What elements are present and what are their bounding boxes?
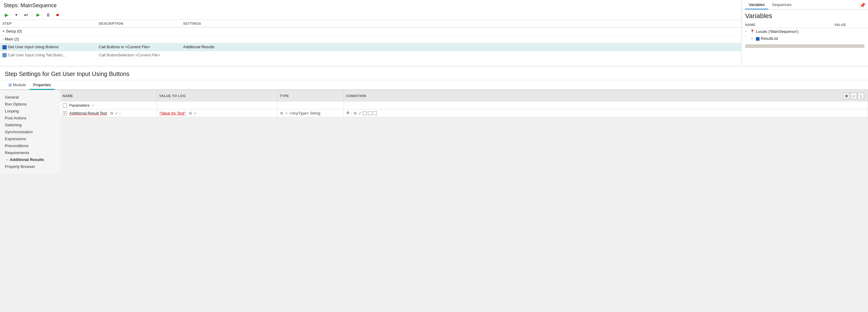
parameters-label: Parameters (69, 103, 90, 108)
main-content: NAME VALUE TO LOG TYPE CONDITION (60, 90, 868, 174)
fx-button-value[interactable]: fx (189, 111, 192, 115)
result-test-label: Additional Result Test (69, 111, 107, 115)
step-description-2: Call ButtonSelection <Current File> (96, 52, 181, 58)
nav-general[interactable]: General (5, 94, 56, 101)
parameters-checkbox[interactable] (63, 104, 67, 108)
var-col-value: VALUE (834, 23, 864, 27)
left-nav: General Run Options Looping Post Actions… (0, 90, 60, 174)
type-text: <AnyType> String (289, 111, 320, 115)
step-description: Call Buttons in <Current File> (96, 44, 181, 50)
condition-square-1[interactable] (368, 111, 372, 115)
pause-button[interactable]: ⏸ (44, 11, 52, 19)
results-table: NAME VALUE TO LOG TYPE CONDITION (60, 90, 868, 117)
nav-property-browser[interactable]: Property Browser (5, 163, 56, 170)
play-dropdown-button[interactable]: ▼ (12, 11, 21, 19)
resultlist-label: ResultList (761, 36, 778, 41)
condition-checkbox[interactable] (363, 111, 367, 115)
result-test-condition: › fx ✓ (343, 109, 868, 117)
tab-properties[interactable]: Properties (30, 80, 55, 90)
pin-icon[interactable]: 📌 (860, 2, 866, 8)
nav-additional-results[interactable]: Additional Results (5, 156, 56, 163)
tab-variables[interactable]: Variables (745, 0, 768, 9)
fx-button-type[interactable]: fx (280, 111, 284, 115)
value-text: "Value for Test" (159, 111, 186, 115)
parameters-arrow[interactable]: › (92, 104, 94, 108)
bottom-section: Step Settings for Get User Input Using B… (0, 66, 868, 174)
condition-square-2[interactable] (373, 111, 377, 115)
right-tabs: Variables Sequences (741, 0, 868, 10)
table-row[interactable]: Get User Input Using Buttons Call Button… (0, 43, 741, 51)
checkmark-type[interactable]: ✓ (285, 111, 288, 115)
nav-preconditions[interactable]: Preconditions (5, 142, 56, 149)
fx-button-name[interactable]: fx (110, 111, 114, 115)
nav-post-actions[interactable]: Post Actions (5, 115, 56, 121)
checkmark-name[interactable]: ✓ (115, 111, 118, 115)
redo-button[interactable]: ↩ (22, 11, 30, 19)
table-row[interactable]: Parameters › (60, 102, 868, 109)
table-view-btn[interactable]: ⊞ (843, 92, 849, 99)
table-row[interactable]: ✓ Additional Result Test fx ✓ › "Value f… (60, 109, 868, 117)
parameters-type (277, 102, 343, 109)
nav-run-options[interactable]: Run Options (5, 101, 56, 108)
module-icon: ⊞ (8, 83, 12, 87)
checkmark-condition[interactable]: ✓ (359, 111, 362, 115)
result-test-checkbox[interactable]: ✓ (63, 111, 67, 115)
right-panel: Variables Sequences Variables NAME VALUE… (741, 0, 868, 66)
settings-tabs: ⊞ Module Properties (0, 80, 868, 90)
table-row[interactable]: Call User Input Using Tab Butto... Call … (0, 51, 741, 59)
play-button[interactable]: ▶ (2, 11, 11, 19)
tab-sequences[interactable]: Sequences (768, 0, 795, 9)
grid-icon (756, 36, 761, 41)
nav-looping[interactable]: Looping (5, 108, 56, 115)
condition-arrow: › (351, 111, 352, 115)
checkmark-value[interactable]: ✓ (194, 111, 197, 115)
col-description: DESCRIPTION (96, 21, 181, 26)
expand-icon-child[interactable]: + (751, 37, 755, 40)
th-condition: CONDITION ⊞ ↔ ↕ (343, 90, 868, 102)
th-name: NAME (60, 90, 157, 102)
toolbar: ▶ ▼ ↩ ▶ ⏸ ■ (0, 10, 741, 20)
col-scroll (733, 21, 741, 26)
stop-button[interactable]: ■ (53, 11, 62, 19)
table-row[interactable]: - Main (2) (0, 35, 741, 43)
step-icon-2 (2, 53, 7, 57)
toolbar-divider (32, 12, 32, 18)
th-type: TYPE (277, 90, 343, 102)
horizontal-scrollbar[interactable] (745, 44, 864, 48)
tab-module[interactable]: ⊞ Module (5, 80, 30, 90)
variables-title: Variables (741, 10, 868, 22)
steps-table: + Setup (0) - Main (2) Get User Input Us… (0, 27, 741, 66)
step-settings-title: Step Settings for Get User Input Using B… (0, 66, 868, 80)
variables-header: NAME VALUE (741, 22, 868, 28)
fx-button-condition[interactable]: fx (353, 111, 357, 115)
step-name-get-user-input: Get User Input Using Buttons (0, 44, 96, 50)
nav-requirements[interactable]: Requirements (5, 149, 56, 156)
step-group-setup: + Setup (0) (0, 28, 96, 34)
col-settings: SETTINGS (181, 21, 733, 26)
nav-expressions[interactable]: Expressions (5, 135, 56, 142)
step-icon (2, 45, 7, 50)
table-toolbar: ⊞ ↔ ↕ (842, 92, 865, 100)
expand-icon[interactable]: − (745, 30, 749, 33)
step-group-main: - Main (2) (0, 36, 96, 42)
parameters-value (157, 102, 277, 109)
steps-panel: Steps: MainSequence ▶ ▼ ↩ ▶ ⏸ ■ STEP DES… (0, 0, 741, 66)
result-test-value[interactable]: "Value for Test" fx ✓ (157, 109, 277, 117)
location-icon: 📍 (750, 29, 755, 34)
scroll-area (741, 42, 868, 50)
arrow-name[interactable]: › (119, 112, 121, 115)
table-row[interactable]: + Setup (0) (0, 27, 741, 35)
fit-cols-btn[interactable]: ↔ (850, 92, 857, 99)
play-only-button[interactable]: ▶ (34, 11, 42, 19)
fit-rows-btn[interactable]: ↕ (858, 92, 864, 99)
steps-header: STEP DESCRIPTION SETTINGS (0, 20, 741, 27)
svg-point-1 (347, 112, 349, 113)
step-settings-cell: Additional Results (181, 44, 733, 50)
nav-switching[interactable]: Switching (5, 121, 56, 129)
parameters-condition (343, 102, 868, 109)
result-test-type: fx ✓ <AnyType> String (277, 109, 343, 117)
settings-content: General Run Options Looping Post Actions… (0, 90, 868, 174)
nav-synchronization[interactable]: Synchronization (5, 129, 56, 135)
var-locals-row[interactable]: − 📍 Locals ('MainSequence') (741, 28, 868, 35)
var-resultlist-row[interactable]: + ResultList (741, 35, 868, 42)
